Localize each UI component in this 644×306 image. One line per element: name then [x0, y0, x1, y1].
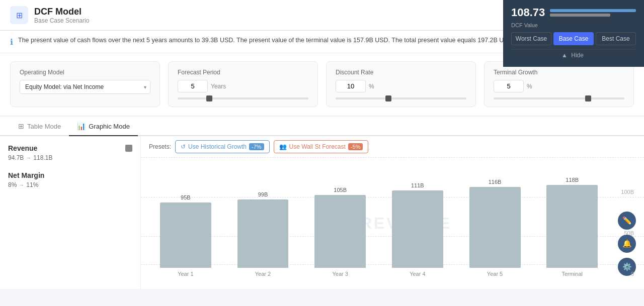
dcf-bar-bottom — [550, 14, 610, 17]
hide-panel-button[interactable]: ▲ Hide — [511, 49, 636, 61]
wall-st-pct: -5% — [348, 143, 363, 150]
revenue-to: 118.1B — [33, 154, 52, 161]
historical-growth-button[interactable]: ↺ Use Historical Growth -7% — [175, 140, 270, 153]
mode-tabs: ⊞ Table Mode 📊 Graphic Mode — [0, 117, 644, 136]
terminal-growth-label: Terminal Growth — [494, 69, 624, 76]
header-text: DCF Model Base Case Scenario — [34, 7, 89, 24]
bar-group-1: 99B Year 2 — [226, 163, 300, 277]
historical-growth-label: Use Historical Growth — [188, 143, 247, 150]
bar-label-top-4: 116B — [489, 179, 502, 185]
forecast-period-slider-track — [178, 97, 308, 99]
dcf-bars — [550, 9, 636, 17]
bar-label-bottom-5: Terminal — [561, 271, 583, 277]
discount-rate-slider-track — [336, 97, 466, 99]
discount-rate-slider-thumb[interactable] — [385, 95, 391, 101]
forecast-period-card: Forecast Period Years — [168, 61, 318, 107]
bar-label-top-0: 95B — [181, 194, 191, 200]
info-icon: ℹ — [10, 37, 13, 47]
chevron-up-icon: ▲ — [561, 52, 568, 59]
revenue-title: Revenue — [8, 144, 132, 152]
worst-case-button[interactable]: Worst Case — [511, 32, 551, 45]
bar-label-bottom-3: Year 4 — [410, 271, 425, 277]
info-text: The present value of cash flows over the… — [18, 37, 514, 44]
bar-group-2: 105B Year 3 — [303, 163, 377, 277]
dcf-value: 108.73 — [511, 6, 545, 19]
net-margin-from: 8% — [8, 181, 17, 188]
dcf-scenario-buttons: Worst Case Base Case Best Case — [511, 32, 636, 45]
page-subtitle: Base Case Scenario — [34, 17, 89, 24]
table-icon: ⊞ — [18, 122, 24, 130]
operating-model-label: Operating Model — [20, 69, 150, 76]
y-axis: 150B 100B 50B 0 — [609, 157, 634, 289]
chart-icon: 📊 — [77, 122, 86, 130]
revenue-range: 94.7B → 118.1B — [8, 154, 132, 161]
bar-label-bottom-2: Year 3 — [332, 271, 348, 277]
y-label-100: 100B — [621, 189, 634, 195]
best-case-button[interactable]: Best Case — [596, 32, 636, 45]
tab-table[interactable]: ⊞ Table Mode — [10, 117, 69, 136]
bar-group-0: 95B Year 1 — [149, 163, 222, 277]
operating-model-card: Operating Model Equity Model: via Net In… — [10, 61, 160, 107]
bar-label-top-5: 118B — [566, 177, 579, 183]
y-label-50: 50B — [624, 230, 634, 236]
wall-st-label: Use Wall St Forecast — [289, 143, 346, 150]
presets-bar: Presets: ↺ Use Historical Growth -7% 👥 U… — [141, 136, 644, 157]
bar-label-bottom-1: Year 2 — [255, 271, 271, 277]
terminal-growth-slider-thumb[interactable] — [585, 95, 591, 101]
discount-rate-card: Discount Rate % — [326, 61, 476, 107]
people-icon: 👥 — [279, 143, 287, 150]
chart-inner: 95B Year 1 99B Year 2 105B Year 3 111B Y… — [149, 163, 634, 289]
bar-label-bottom-0: Year 1 — [178, 271, 193, 277]
revenue-chart: ✏️ REVENUE 95B Year 1 99B Year 2 105B Ye… — [141, 157, 644, 289]
tab-graphic[interactable]: 📊 Graphic Mode — [69, 117, 138, 136]
arrow-right-icon: → — [26, 155, 31, 161]
bar-rect-5 — [546, 185, 598, 268]
terminal-growth-input[interactable] — [494, 80, 524, 92]
base-case-button[interactable]: Base Case — [553, 32, 594, 45]
net-margin-title: Net Margin — [8, 171, 132, 179]
discount-rate-input[interactable] — [336, 80, 366, 92]
chart-bars-container: 95B Year 1 99B Year 2 105B Year 3 111B Y… — [149, 163, 609, 289]
bar-label-top-2: 105B — [334, 187, 347, 193]
wall-st-forecast-button[interactable]: 👥 Use Wall St Forecast -5% — [274, 140, 369, 153]
page-title: DCF Model — [34, 7, 89, 17]
forecast-period-label: Forecast Period — [178, 69, 308, 76]
bar-rect-4 — [469, 187, 521, 268]
main-content: Revenue 94.7B → 118.1B Net Margin 8% → 1… — [0, 136, 644, 289]
y-label-0: 0 — [631, 271, 634, 277]
terminal-growth-slider-track — [494, 97, 624, 99]
dcf-bar-top — [550, 9, 636, 12]
metrics-sidebar: Revenue 94.7B → 118.1B Net Margin 8% → 1… — [0, 136, 141, 289]
bar-rect-2 — [314, 195, 366, 268]
bar-rect-1 — [237, 199, 289, 268]
net-margin-metric: Net Margin 8% → 11% — [8, 171, 132, 188]
bar-group-4: 116B Year 5 — [458, 163, 532, 277]
operating-model-select[interactable]: Equity Model: via Net Income — [20, 80, 150, 94]
bar-group-5: 118B Terminal — [535, 163, 609, 277]
tab-table-label: Table Mode — [27, 123, 61, 130]
dcf-label: DCF Value — [511, 22, 636, 28]
net-margin-to: 11% — [26, 181, 38, 188]
grid-line-top — [141, 157, 644, 158]
net-margin-label: Net Margin — [8, 171, 44, 179]
revenue-color-swatch — [125, 145, 132, 152]
presets-label: Presets: — [149, 143, 171, 150]
terminal-growth-unit: % — [527, 83, 532, 90]
forecast-period-input[interactable] — [178, 80, 208, 92]
revenue-from: 94.7B — [8, 154, 24, 161]
grid-icon: ⊞ — [16, 11, 23, 20]
bar-label-top-1: 99B — [258, 191, 268, 197]
bar-rect-3 — [392, 190, 443, 268]
arrow-right-icon-2: → — [19, 182, 24, 188]
tab-graphic-label: Graphic Mode — [89, 123, 130, 130]
app-icon: ⊞ — [10, 6, 28, 24]
chart-section: Presets: ↺ Use Historical Growth -7% 👥 U… — [141, 136, 644, 289]
revenue-metric: Revenue 94.7B → 118.1B — [8, 144, 132, 161]
bar-label-bottom-4: Year 5 — [487, 271, 503, 277]
hide-label: Hide — [571, 52, 584, 59]
discount-rate-unit: % — [369, 83, 374, 90]
refresh-icon: ↺ — [181, 143, 186, 150]
forecast-period-slider-thumb[interactable] — [206, 95, 212, 101]
bar-label-top-3: 111B — [411, 182, 424, 188]
revenue-label: Revenue — [8, 144, 37, 152]
